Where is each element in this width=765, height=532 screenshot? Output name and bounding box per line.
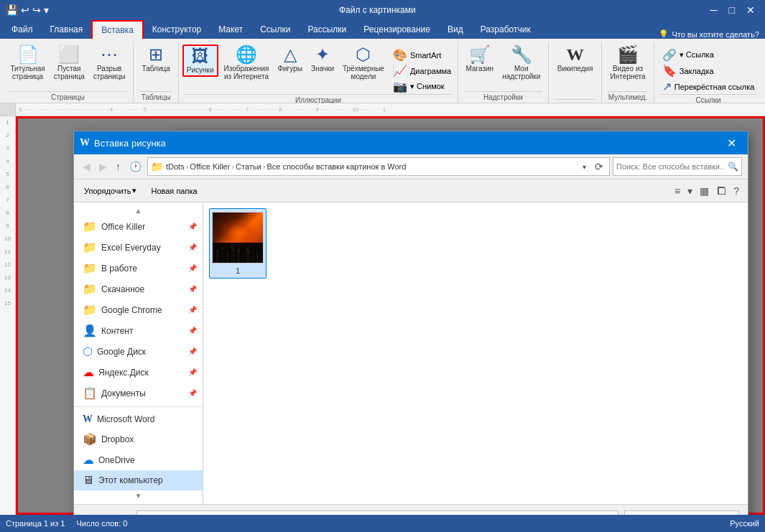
sidebar-item-excel-everyday[interactable]: 📁 Excel Everyday 📌 (74, 237, 203, 258)
dialog-word-icon: W (80, 137, 90, 149)
dialog-footer-filename-row: Имя файла: Все рисунки (83, 510, 739, 515)
dialog-nav-toolbar: ◀ ▶ ↑ 🕐 📁 tDots › Office Killer › Статьи… (74, 154, 748, 179)
dialog-view-preview-button[interactable]: ⧠ (713, 184, 729, 198)
dialog-up-button[interactable]: ↑ (113, 159, 124, 174)
qa-dropdown-icon[interactable]: ▾ (44, 4, 49, 16)
file-item-1[interactable]: 1 (209, 208, 266, 279)
online-pictures-label: Изображенияиз Интернета (224, 65, 269, 80)
ribbon-group-tables-label: Таблицы (139, 91, 172, 103)
ribbon-item-icons[interactable]: ✦ Значки (308, 45, 337, 74)
ribbon-item-wikipedia[interactable]: W Википедия (555, 45, 596, 74)
file-thumbnail-1 (212, 212, 264, 263)
ribbon-item-myaddin[interactable]: 🔧 Моинадстройки (499, 45, 543, 82)
minimize-button[interactable]: ─ (706, 3, 722, 17)
sidebar-item-google-drive[interactable]: ⬡ Google Диск 📌 (74, 341, 203, 362)
ribbon-item-pagebreak[interactable]: ⋯ Разрывстраницы (91, 45, 129, 82)
ribbon-item-bookmark[interactable]: 🔖 Закладка (659, 63, 758, 78)
ribbon-item-smartart[interactable]: 🎨 SmartArt (390, 47, 454, 62)
dialog-search-box[interactable]: 🔍 (613, 157, 742, 176)
dialog-forward-button[interactable]: ▶ (96, 159, 110, 174)
sidebar-item-google-chrome[interactable]: 📁 Google Chrome 📌 (74, 299, 203, 320)
sidebar-item-this-pc[interactable]: 🖥 Этот компьютер (74, 470, 203, 490)
path-part-2[interactable]: Office Killer (190, 162, 230, 171)
ribbon-item-3d[interactable]: ⬡ Трёхмерныемодели (340, 45, 387, 82)
ribbon-group-illustrations-items: 🖼 Рисунки 🌐 Изображенияиз Интернета △ Фи… (182, 42, 454, 94)
sidebar-label-chrome: Google Chrome (101, 305, 162, 315)
sidebar-item-onedrive[interactable]: ☁ OneDrive (74, 449, 203, 470)
ribbon-item-table[interactable]: ⊞ Таблица (139, 45, 173, 74)
dialog-footer: Имя файла: Все рисунки Сервис ▾ Вставить (74, 504, 748, 515)
close-button[interactable]: ✕ (742, 3, 759, 17)
dialog-view-list-button[interactable]: ≡ (672, 184, 683, 198)
ribbon-item-hyperlink[interactable]: 🔗 ▾ Ссылка (659, 47, 758, 62)
new-folder-label: Новая папка (151, 187, 197, 195)
ribbon-item-screenshot[interactable]: 📷 ▾ Снимок (390, 79, 454, 94)
icons-label: Значки (311, 65, 334, 73)
sidebar-item-microsoft-word[interactable]: W Microsoft Word (74, 410, 203, 429)
tab-references[interactable]: Ссылки (251, 20, 299, 39)
word-app-icon: W (83, 414, 93, 425)
sidebar-item-downloads[interactable]: 📁 Скачанное 📌 (74, 279, 203, 299)
tab-home[interactable]: Главная (42, 20, 92, 39)
path-dropdown-button[interactable]: ▾ (580, 162, 589, 172)
dialog-view-details-button[interactable]: ▦ (697, 184, 712, 198)
maximize-button[interactable]: □ (725, 3, 739, 17)
dialog-address-bar: 📁 tDots › Office Killer › Статьи › Все с… (147, 157, 610, 176)
sidebar-item-content[interactable]: 👤 Контент 📌 (74, 320, 203, 341)
ribbon-item-store[interactable]: 🛒 Магазин (463, 45, 497, 74)
filename-input[interactable] (136, 510, 618, 515)
path-part-1[interactable]: tDots (166, 162, 185, 171)
ribbon-item-titlepage[interactable]: 📄 Титульнаястраница (7, 45, 47, 82)
video-label: Видео изИнтернета (610, 65, 645, 80)
tab-developer[interactable]: Разработчик (472, 20, 539, 39)
online-pictures-icon: 🌐 (236, 46, 257, 63)
sidebar-scroll-up[interactable]: ▲ (74, 205, 203, 216)
dialog-close-button[interactable]: ✕ (721, 135, 742, 151)
tab-layout[interactable]: Макет (210, 20, 251, 39)
ribbon-item-pictures[interactable]: 🖼 Рисунки (182, 45, 218, 77)
tab-view[interactable]: Вид (439, 20, 472, 39)
path-part-4[interactable]: Все способы вставки картинок в Word (266, 162, 406, 171)
path-refresh-button[interactable]: ⟳ (592, 159, 606, 174)
save-icon[interactable]: 💾 (6, 4, 18, 16)
dialog-search-input[interactable] (616, 162, 725, 171)
dialog-view-dropdown-button[interactable]: ▾ (685, 184, 695, 198)
sidebar-item-dropbox[interactable]: 📦 Dropbox (74, 429, 203, 449)
ribbon-item-video[interactable]: 🎬 Видео изИнтернета (607, 45, 648, 82)
sidebar-item-vrabote[interactable]: 📁 В работе 📌 (74, 258, 203, 279)
sidebar-label-dropbox: Dropbox (101, 434, 134, 444)
ribbon-item-online-pictures[interactable]: 🌐 Изображенияиз Интернета (221, 45, 272, 82)
sidebar-scroll-down[interactable]: ▼ (74, 490, 203, 501)
tab-review[interactable]: Рецензирование (355, 20, 439, 39)
dialog-new-folder-button[interactable]: Новая папка (147, 185, 201, 197)
tab-design[interactable]: Конструктор (144, 20, 210, 39)
dialog-back-button[interactable]: ◀ (80, 159, 93, 174)
sidebar-item-documents[interactable]: 📋 Документы 📌 (74, 383, 203, 403)
filetype-select[interactable]: Все рисунки (624, 510, 739, 515)
ribbon-item-chart[interactable]: 📈 Диаграмма (390, 63, 454, 78)
chart-label: Диаграмма (410, 67, 451, 75)
hyperlink-icon: 🔗 (662, 48, 677, 62)
ribbon-group-media: 🎬 Видео изИнтернета Мультимед. (602, 42, 654, 103)
tab-mailings[interactable]: Рассылки (299, 20, 355, 39)
undo-icon[interactable]: ↩ (21, 4, 29, 16)
ribbon-item-blankpage[interactable]: ⬜ Пустаястраница (51, 45, 88, 82)
tab-file[interactable]: Файл (3, 20, 42, 39)
bookmark-label: Закладка (680, 67, 714, 75)
pictures-icon: 🖼 (192, 47, 209, 65)
sidebar-item-yandex-disk[interactable]: ☁ Яндекс.Диск 📌 (74, 362, 203, 383)
path-part-3[interactable]: Статьи (236, 162, 261, 171)
folder-icon-office-killer: 📁 (83, 220, 97, 233)
search-box[interactable]: 💡 Что вы хотите сделать? (659, 29, 765, 39)
ribbon-item-crossref[interactable]: ↗ Перекрёстная ссылка (659, 79, 758, 94)
redo-icon[interactable]: ↪ (32, 4, 41, 16)
dialog-recent-button[interactable]: 🕐 (126, 159, 144, 174)
sidebar-item-office-killer[interactable]: 📁 Office Killer 📌 (74, 216, 203, 237)
tab-insert[interactable]: Вставка (91, 20, 144, 39)
blankpage-icon: ⬜ (58, 46, 80, 63)
dialog-help-button[interactable]: ? (731, 184, 742, 198)
pictures-label: Рисунки (187, 66, 214, 74)
dialog-organize-button[interactable]: Упорядочить ▾ (80, 185, 141, 197)
ribbon-group-media-items: 🎬 Видео изИнтернета (607, 42, 648, 91)
ribbon-item-shapes[interactable]: △ Фигуры (274, 45, 305, 74)
